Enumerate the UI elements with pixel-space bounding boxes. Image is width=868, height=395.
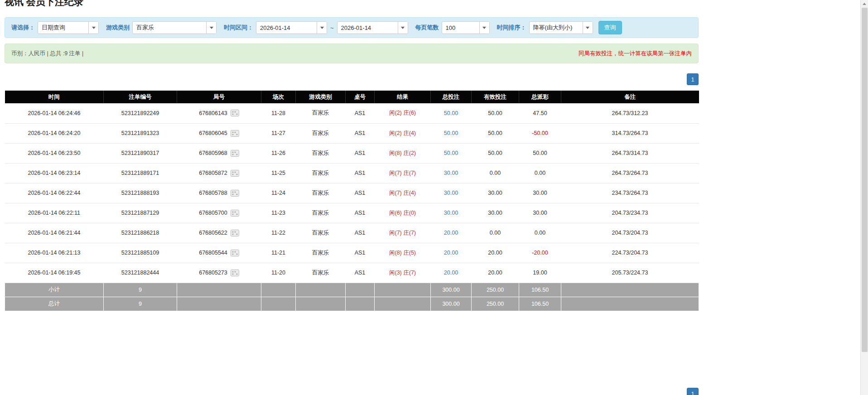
cell-valid-bet: 20.00	[472, 263, 519, 283]
payout-value: 0.00	[535, 170, 545, 176]
table-row: 2026-01-14 06:23:14523121889171676805872…	[5, 163, 699, 183]
cell-time: 2026-01-14 06:19:45	[5, 263, 104, 283]
round-id-text: 676805544	[199, 250, 227, 256]
cell-payout: 30.00	[519, 183, 561, 203]
roadmap-icon-button[interactable]	[231, 230, 239, 236]
cell-bet-id: 523121889171	[104, 163, 177, 183]
roadmap-icon-button[interactable]	[231, 130, 239, 137]
game-type-dropdown-toggle[interactable]	[206, 22, 216, 34]
empty-cell	[561, 283, 699, 297]
total-bet-link[interactable]: 50.00	[444, 150, 458, 156]
page-size-label: 每页笔数	[415, 24, 439, 32]
table-body: 2026-01-14 06:24:46523121892249676806143…	[5, 103, 699, 283]
result-player: 闲(3)	[389, 270, 402, 276]
query-type-select[interactable]: 日期查询	[38, 21, 99, 34]
roadmap-grid-icon	[231, 270, 239, 276]
total-bet-link[interactable]: 30.00	[444, 210, 458, 216]
query-type-dropdown-toggle[interactable]	[88, 22, 98, 34]
chevron-down-icon	[482, 27, 486, 29]
empty-cell	[346, 297, 375, 311]
cell-result: 闲(7) 庄(7)	[375, 223, 431, 243]
search-button[interactable]: 查询	[598, 21, 622, 34]
cell-payout: -20.00	[519, 243, 561, 263]
round-id-text: 676805788	[199, 190, 227, 196]
cell-note: 204.73/204.73	[561, 223, 699, 243]
cell-valid-bet: 30.00	[472, 183, 519, 203]
roadmap-icon-button[interactable]	[231, 110, 239, 116]
date-to-dropdown-toggle[interactable]	[398, 22, 408, 34]
chevron-down-icon	[210, 27, 213, 29]
game-type-select[interactable]: 百家乐	[132, 21, 217, 34]
date-from-select[interactable]: 2026-01-14	[256, 21, 327, 34]
total-bet-link[interactable]: 20.00	[444, 270, 458, 276]
cell-valid-bet: 50.00	[472, 103, 519, 123]
roadmap-icon-button[interactable]	[231, 150, 239, 157]
roadmap-grid-icon	[231, 170, 239, 177]
payout-value: -50.00	[532, 130, 548, 136]
total-bet-link[interactable]: 20.00	[444, 250, 458, 256]
cell-total-bet: 30.00	[431, 203, 472, 223]
cell-table-no: AS1	[346, 223, 375, 243]
game-type-value: 百家乐	[133, 24, 206, 32]
vertical-scrollbar[interactable]	[860, 0, 868, 395]
cell-total-bet: 20.00	[431, 243, 472, 263]
page-button-bottom[interactable]: 1	[687, 388, 699, 395]
empty-cell	[346, 283, 375, 297]
cell-result: 闲(8) 庄(5)	[375, 243, 431, 263]
cell-payout: 47.50	[519, 103, 561, 123]
result-banker: 庄(4)	[403, 130, 416, 136]
sort-dropdown-toggle[interactable]	[583, 22, 593, 34]
total-row: 总计 9 300.00 250.00 106.50	[5, 297, 699, 311]
cell-table-no: AS1	[346, 123, 375, 143]
payout-value: -20.00	[532, 250, 548, 256]
payout-value: 47.50	[533, 110, 547, 116]
scrollbar-thumb[interactable]	[862, 8, 868, 352]
cell-game-type: 百家乐	[296, 103, 346, 123]
roadmap-icon-button[interactable]	[231, 250, 239, 256]
total-bet-link[interactable]: 50.00	[444, 110, 458, 116]
empty-cell	[177, 283, 261, 297]
header-payout: 总派彩	[519, 91, 561, 103]
result-banker: 庄(5)	[403, 250, 416, 256]
header-session: 场次	[261, 91, 296, 103]
subtotal-count: 9	[104, 283, 177, 297]
cell-time: 2026-01-14 06:24:20	[5, 123, 104, 143]
cell-table-no: AS1	[346, 263, 375, 283]
header-bet-id: 注单编号	[104, 91, 177, 103]
chevron-down-icon	[586, 27, 589, 29]
cell-total-bet: 50.00	[431, 143, 472, 163]
page-button-top[interactable]: 1	[687, 73, 699, 85]
roadmap-icon-button[interactable]	[231, 190, 239, 197]
result-banker: 庄(7)	[403, 230, 416, 236]
page-size-select[interactable]: 100	[442, 21, 490, 34]
round-id-text: 676806143	[199, 110, 227, 116]
date-to-select[interactable]: 2026-01-14	[337, 21, 408, 34]
total-bet-link[interactable]: 30.00	[444, 190, 458, 196]
cell-note: 234.73/264.73	[561, 183, 699, 203]
total-payout: 106.50	[519, 297, 561, 311]
pagination-bottom: 1	[687, 388, 699, 395]
total-bet-link[interactable]: 20.00	[444, 230, 458, 236]
empty-cell	[261, 283, 296, 297]
roadmap-icon-button[interactable]	[231, 210, 239, 217]
roadmap-icon-button[interactable]	[231, 170, 239, 177]
header-game-type: 游戏类别	[296, 91, 346, 103]
roadmap-grid-icon	[231, 190, 239, 197]
header-result: 结果	[375, 91, 431, 103]
round-id-text: 676805872	[199, 170, 227, 176]
table-row: 2026-01-14 06:24:46523121892249676806143…	[5, 103, 699, 123]
roadmap-icon-button[interactable]	[231, 270, 239, 276]
total-bet-link[interactable]: 50.00	[444, 130, 458, 136]
date-from-dropdown-toggle[interactable]	[317, 22, 327, 34]
roadmap-grid-icon	[231, 130, 239, 137]
total-bet-link[interactable]: 30.00	[444, 170, 458, 176]
cell-session: 11-27	[261, 123, 296, 143]
cell-round-id: 676805700	[177, 203, 261, 223]
cell-table-no: AS1	[346, 183, 375, 203]
page-size-dropdown-toggle[interactable]	[479, 22, 489, 34]
scroll-up-button[interactable]	[861, 0, 868, 8]
table-header-row: 时间 注单编号 局号 场次 游戏类别 桌号 结果 总投注 有效投注 总派彩 备注	[5, 91, 699, 103]
cell-time: 2026-01-14 06:22:11	[5, 203, 104, 223]
time-range-label: 时间区间：	[224, 24, 253, 32]
sort-select[interactable]: 降幂(由大到小)	[529, 21, 593, 34]
